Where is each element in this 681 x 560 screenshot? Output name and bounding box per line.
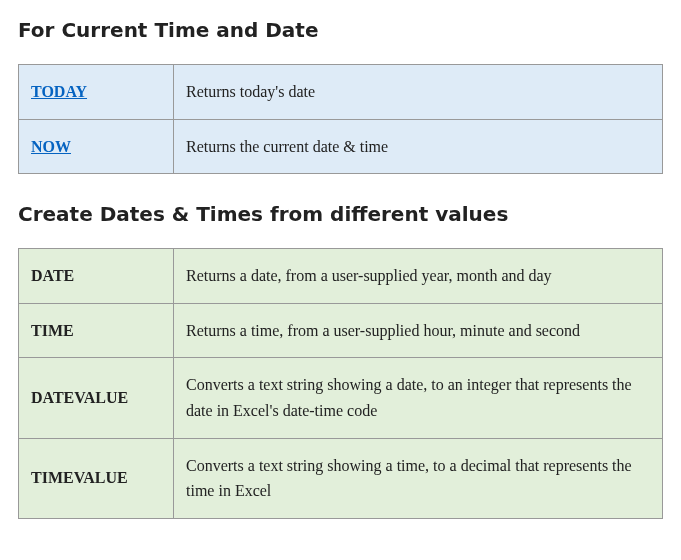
section-heading-create-dates: Create Dates & Times from different valu…	[18, 202, 663, 226]
table-row: TIME Returns a time, from a user-supplie…	[19, 303, 663, 358]
table-row: DATEVALUE Converts a text string showing…	[19, 358, 663, 438]
table-row: NOW Returns the current date & time	[19, 119, 663, 174]
fn-desc: Converts a text string showing a time, t…	[174, 438, 663, 518]
fn-desc: Returns the current date & time	[174, 119, 663, 174]
fn-cell: NOW	[19, 119, 174, 174]
fn-cell-datevalue: DATEVALUE	[19, 358, 174, 438]
table-row: DATE Returns a date, from a user-supplie…	[19, 249, 663, 304]
fn-link-today[interactable]: TODAY	[31, 83, 87, 100]
table-create-dates: DATE Returns a date, from a user-supplie…	[18, 248, 663, 519]
fn-desc: Converts a text string showing a date, t…	[174, 358, 663, 438]
fn-cell-date: DATE	[19, 249, 174, 304]
fn-desc: Returns a date, from a user-supplied yea…	[174, 249, 663, 304]
fn-cell-time: TIME	[19, 303, 174, 358]
fn-link-now[interactable]: NOW	[31, 138, 71, 155]
fn-desc: Returns a time, from a user-supplied hou…	[174, 303, 663, 358]
table-row: TIMEVALUE Converts a text string showing…	[19, 438, 663, 518]
fn-desc: Returns today's date	[174, 65, 663, 120]
fn-cell-timevalue: TIMEVALUE	[19, 438, 174, 518]
table-row: TODAY Returns today's date	[19, 65, 663, 120]
fn-cell: TODAY	[19, 65, 174, 120]
section-heading-current-time: For Current Time and Date	[18, 18, 663, 42]
table-current-time: TODAY Returns today's date NOW Returns t…	[18, 64, 663, 174]
